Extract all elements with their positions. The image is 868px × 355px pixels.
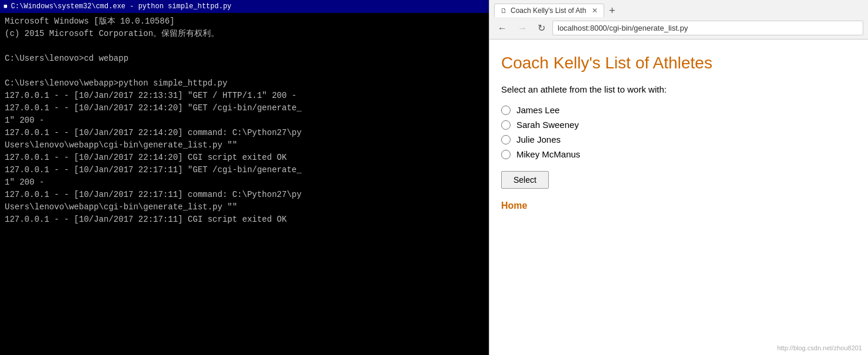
page-title: Coach Kelly's List of Athletes (501, 54, 856, 73)
browser-tabs: 🗋 Coach Kelly's List of Ath ✕ + (489, 0, 868, 17)
page-subtitle: Select an athlete from the list to work … (501, 84, 856, 94)
list-item: Julie Jones (501, 134, 856, 144)
browser-window: 🗋 Coach Kelly's List of Ath ✕ + ← → ↻ Co… (489, 0, 868, 355)
athlete-name: Mikey McManus (516, 149, 580, 159)
refresh-button[interactable]: ↻ (534, 21, 549, 35)
list-item: Mikey McManus (501, 149, 856, 159)
cmd-content: Microsoft Windows [版本 10.0.10586] (c) 20… (5, 15, 484, 226)
cmd-title: C:\Windows\system32\cmd.exe - python sim… (11, 1, 231, 12)
address-bar[interactable] (552, 21, 863, 35)
cmd-icon: ■ (4, 2, 8, 12)
tab-close-button[interactable]: ✕ (592, 6, 598, 15)
browser-content: Coach Kelly's List of Athletes Select an… (489, 40, 868, 355)
tab-page-icon: 🗋 (501, 7, 507, 14)
cmd-titlebar: ■ C:\Windows\system32\cmd.exe - python s… (0, 0, 489, 13)
athlete-radio-james[interactable] (501, 106, 511, 115)
cmd-window: ■ C:\Windows\system32\cmd.exe - python s… (0, 0, 489, 355)
athlete-radio-julie[interactable] (501, 135, 511, 144)
select-button[interactable]: Select (501, 171, 549, 189)
browser-toolbar: ← → ↻ (489, 17, 868, 39)
browser-chrome: 🗋 Coach Kelly's List of Ath ✕ + ← → ↻ (489, 0, 868, 40)
athlete-radio-sarah[interactable] (501, 120, 511, 130)
home-link[interactable]: Home (501, 200, 856, 211)
active-tab: 🗋 Coach Kelly's List of Ath ✕ (494, 4, 604, 17)
back-button[interactable]: ← (494, 22, 511, 35)
athlete-name: Sarah Sweeney (516, 120, 579, 130)
forward-button[interactable]: → (514, 22, 531, 35)
tab-label: Coach Kelly's List of Ath (511, 6, 586, 15)
athlete-name: Julie Jones (516, 134, 561, 144)
athlete-radio-mikey[interactable] (501, 150, 511, 159)
athlete-list: James Lee Sarah Sweeney Julie Jones Mike… (501, 105, 856, 159)
list-item: James Lee (501, 105, 856, 115)
new-tab-button[interactable]: + (605, 5, 619, 16)
watermark: http://blog.csdn.net/zhou8201 (777, 344, 862, 351)
list-item: Sarah Sweeney (501, 120, 856, 130)
athlete-name: James Lee (516, 105, 559, 115)
